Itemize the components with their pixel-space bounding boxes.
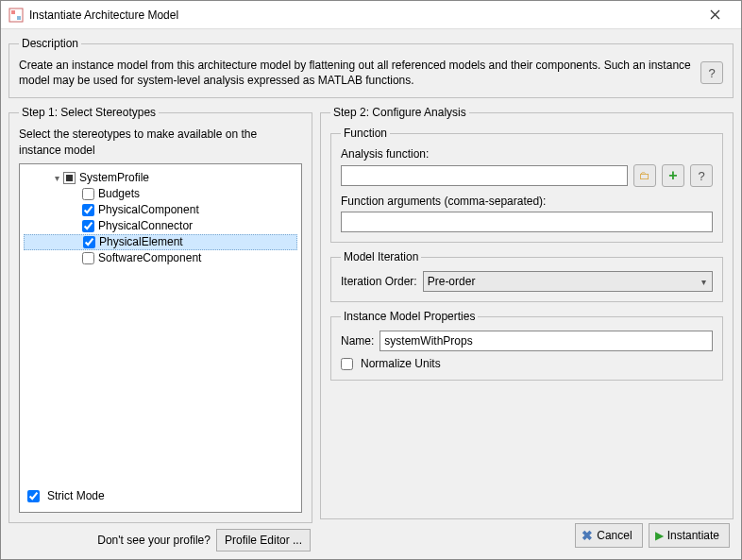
column-left: Step 1: Select Stereotypes Select the st… bbox=[8, 106, 312, 552]
description-legend: Description bbox=[19, 37, 81, 50]
help-icon: ? bbox=[698, 169, 704, 183]
instance-name-input[interactable] bbox=[379, 331, 713, 351]
tree-checkbox[interactable] bbox=[82, 188, 94, 200]
tree-label: PhysicalElement bbox=[99, 235, 183, 248]
plus-icon: + bbox=[668, 167, 677, 184]
tree-checkbox[interactable] bbox=[82, 220, 94, 232]
instantiate-button[interactable]: ▶ Instantiate bbox=[649, 523, 730, 548]
browse-function-button[interactable]: 🗀 bbox=[633, 164, 656, 187]
stereotype-tree[interactable]: ▾ SystemProfile Budgets bbox=[24, 170, 297, 484]
instance-props-group: Instance Model Properties Name: Normaliz… bbox=[330, 310, 723, 381]
step1-hint: Select the stereotypes to make available… bbox=[19, 127, 302, 157]
normalize-units-checkbox[interactable] bbox=[341, 358, 353, 370]
cancel-icon: ✖ bbox=[582, 528, 593, 543]
description-text: Create an instance model from this archi… bbox=[19, 58, 693, 88]
dialog-window: Instantiate Architecture Model Descripti… bbox=[0, 0, 742, 560]
help-button[interactable]: ? bbox=[700, 61, 723, 84]
dialog-content: Description Create an instance model fro… bbox=[1, 29, 741, 559]
iteration-legend: Model Iteration bbox=[341, 250, 421, 263]
tree-label-root: SystemProfile bbox=[79, 171, 149, 184]
tree-expand-icon[interactable]: ▾ bbox=[50, 173, 63, 183]
function-legend: Function bbox=[341, 127, 390, 140]
help-icon: ? bbox=[708, 66, 715, 80]
play-icon: ▶ bbox=[655, 529, 664, 542]
iteration-order-select[interactable]: Pre-order bbox=[423, 271, 713, 292]
dialog-buttons: ✖ Cancel ▶ Instantiate bbox=[320, 519, 734, 552]
tree-node[interactable]: SoftwareComponent bbox=[24, 250, 297, 266]
columns: Step 1: Select Stereotypes Select the st… bbox=[8, 106, 734, 552]
function-args-label: Function arguments (comma-separated): bbox=[341, 195, 713, 208]
function-args-input[interactable] bbox=[341, 212, 713, 232]
iteration-order-label: Iteration Order: bbox=[341, 275, 417, 288]
model-iteration-group: Model Iteration Iteration Order: Pre-ord… bbox=[330, 250, 723, 302]
tree-label: PhysicalComponent bbox=[98, 203, 199, 216]
tree-node[interactable]: Budgets bbox=[24, 186, 297, 202]
step2-legend: Step 2: Configure Analysis bbox=[330, 106, 469, 119]
analysis-function-input[interactable] bbox=[341, 165, 628, 186]
folder-icon: 🗀 bbox=[639, 169, 650, 182]
window-title: Instantiate Architecture Model bbox=[29, 8, 696, 22]
description-group: Description Create an instance model fro… bbox=[8, 37, 734, 98]
instantiate-label: Instantiate bbox=[667, 529, 719, 542]
svg-rect-2 bbox=[17, 16, 21, 20]
strict-mode-label: Strict Mode bbox=[47, 489, 105, 502]
profile-hint-row: Don't see your profile? Profile Editor .… bbox=[8, 523, 312, 552]
tree-checkbox[interactable] bbox=[82, 204, 94, 216]
tree-node[interactable]: PhysicalComponent bbox=[24, 202, 297, 218]
strict-mode-row: Strict Mode bbox=[24, 484, 297, 504]
analysis-function-label: Analysis function: bbox=[341, 147, 713, 161]
column-right: Step 2: Configure Analysis Function Anal… bbox=[320, 106, 734, 552]
props-legend: Instance Model Properties bbox=[341, 310, 478, 323]
profile-hint: Don't see your profile? bbox=[97, 534, 211, 547]
tree-label: SoftwareComponent bbox=[98, 251, 201, 264]
cancel-button[interactable]: ✖ Cancel bbox=[575, 523, 642, 548]
add-function-button[interactable]: + bbox=[662, 164, 684, 187]
cancel-label: Cancel bbox=[597, 529, 632, 542]
stereotype-tree-panel: ▾ SystemProfile Budgets bbox=[19, 163, 302, 513]
tree-node[interactable]: PhysicalConnector bbox=[24, 218, 297, 234]
step1-group: Step 1: Select Stereotypes Select the st… bbox=[8, 106, 312, 523]
function-group: Function Analysis function: 🗀 + ? bbox=[330, 127, 723, 243]
function-help-button[interactable]: ? bbox=[690, 164, 713, 187]
tree-node-selected[interactable]: PhysicalElement bbox=[24, 234, 297, 250]
tree-label: Budgets bbox=[98, 187, 140, 200]
step1-legend: Step 1: Select Stereotypes bbox=[19, 106, 159, 119]
step2-group: Step 2: Configure Analysis Function Anal… bbox=[320, 106, 734, 519]
tree-checkbox[interactable] bbox=[83, 236, 95, 248]
strict-mode-checkbox[interactable] bbox=[27, 490, 40, 502]
app-icon bbox=[8, 8, 24, 23]
titlebar: Instantiate Architecture Model bbox=[1, 1, 741, 29]
tree-checkbox[interactable] bbox=[82, 252, 94, 264]
iteration-order-value: Pre-order bbox=[428, 275, 476, 288]
svg-rect-1 bbox=[11, 10, 15, 14]
instance-name-label: Name: bbox=[341, 334, 374, 348]
tree-label: PhysicalConnector bbox=[98, 219, 193, 232]
normalize-units-label: Normalize Units bbox=[361, 357, 441, 370]
close-button[interactable] bbox=[696, 1, 734, 29]
tree-node-root[interactable]: ▾ SystemProfile bbox=[24, 170, 297, 186]
profile-editor-button[interactable]: Profile Editor ... bbox=[216, 529, 311, 552]
tree-checkbox-root[interactable] bbox=[63, 172, 76, 184]
